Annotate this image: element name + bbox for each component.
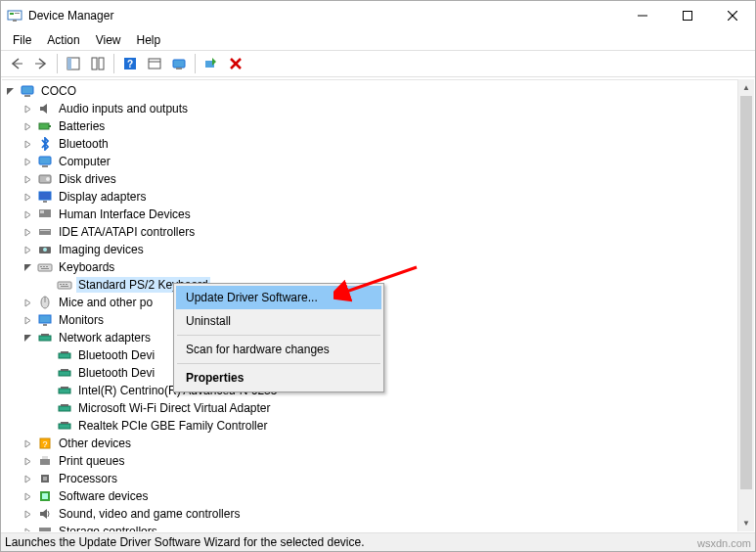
scroll-thumb[interactable] (740, 96, 752, 489)
svg-rect-42 (58, 282, 71, 289)
expand-icon[interactable] (23, 510, 37, 519)
expand-icon[interactable] (23, 193, 37, 202)
tree-node[interactable]: Software devices (2, 487, 754, 505)
menu-separator (177, 363, 380, 364)
tree-node-label: COCO (39, 83, 78, 99)
tree-node[interactable]: Print queues (2, 452, 754, 470)
svg-text:?: ? (42, 439, 47, 449)
maximize-button[interactable] (665, 1, 710, 30)
network-icon (57, 418, 72, 434)
bluetooth-icon (37, 136, 53, 152)
toolbar: ? (1, 50, 755, 77)
svg-rect-57 (59, 389, 70, 393)
help-button[interactable]: ? (118, 52, 142, 75)
tree-node[interactable]: Bluetooth (2, 135, 754, 153)
tree-node[interactable]: Sound, video and game controllers (2, 505, 754, 523)
expand-icon[interactable] (23, 246, 37, 254)
tree-node-label: Monitors (57, 312, 106, 328)
scroll-up-arrow[interactable]: ▲ (738, 79, 754, 96)
forward-button[interactable] (29, 52, 53, 75)
scan-hardware-button[interactable] (200, 52, 223, 75)
svg-rect-60 (61, 404, 68, 406)
statusbar: Launches the Update Driver Software Wiza… (1, 532, 755, 551)
collapse-icon[interactable] (6, 87, 20, 96)
collapse-icon[interactable] (23, 263, 37, 272)
tree-node[interactable]: Processors (2, 470, 754, 487)
expand-icon[interactable] (23, 439, 37, 448)
expand-icon[interactable] (23, 158, 37, 166)
tree-node[interactable]: Human Interface Devices (2, 206, 754, 223)
svg-point-36 (43, 248, 47, 252)
expand-icon[interactable] (23, 492, 37, 501)
tree-node[interactable]: ?Other devices (2, 435, 754, 452)
expand-icon[interactable] (23, 228, 37, 237)
menu-file[interactable]: File (5, 31, 39, 49)
svg-rect-62 (61, 422, 68, 424)
expand-icon[interactable] (23, 122, 37, 131)
menu-item-uninstall[interactable]: Uninstall (176, 309, 381, 333)
svg-rect-10 (92, 58, 97, 69)
svg-rect-2 (15, 13, 20, 14)
menu-item-properties[interactable]: Properties (176, 366, 381, 390)
expand-icon[interactable] (23, 210, 37, 219)
menu-item-update-driver[interactable]: Update Driver Software... (176, 286, 381, 309)
context-menu: Update Driver Software... Uninstall Scan… (173, 283, 384, 392)
tree-node[interactable]: Disk drives (2, 170, 754, 188)
app-icon (7, 8, 22, 23)
svg-rect-21 (22, 86, 33, 94)
svg-rect-5 (684, 12, 692, 21)
update-driver-button[interactable] (167, 52, 191, 75)
svg-rect-24 (49, 125, 51, 127)
uninstall-button[interactable] (224, 52, 247, 75)
expand-icon[interactable] (23, 140, 37, 149)
svg-rect-34 (40, 230, 50, 231)
tree-node[interactable]: Microsoft Wi-Fi Direct Virtual Adapter (2, 399, 754, 417)
expand-icon[interactable] (23, 475, 37, 483)
view-button[interactable] (143, 52, 166, 75)
back-button[interactable] (5, 52, 28, 75)
tree-node[interactable]: IDE ATA/ATAPI controllers (2, 223, 754, 241)
tree-node[interactable]: COCO (2, 82, 754, 100)
svg-rect-9 (67, 58, 71, 69)
properties-button[interactable] (86, 52, 110, 75)
tree-node-label: Software devices (57, 488, 150, 504)
tree-node[interactable]: Display adapters (2, 188, 754, 206)
minimize-button[interactable] (620, 1, 665, 30)
svg-rect-70 (42, 493, 48, 499)
vertical-scrollbar[interactable]: ▲ ▼ (737, 79, 754, 531)
cpu-icon (37, 471, 53, 486)
scroll-down-arrow[interactable]: ▼ (738, 515, 754, 531)
tree-node-label: Audio inputs and outputs (57, 101, 190, 116)
tree-node-label: Mice and other po (57, 295, 155, 310)
expand-icon[interactable] (23, 175, 37, 184)
collapse-icon[interactable] (23, 334, 37, 343)
scroll-track[interactable] (738, 96, 754, 515)
menu-item-scan[interactable]: Scan for hardware changes (176, 338, 381, 361)
expand-icon[interactable] (23, 316, 37, 325)
tree-node[interactable]: Audio inputs and outputs (2, 100, 754, 117)
close-button[interactable] (710, 1, 755, 30)
expand-icon[interactable] (23, 105, 37, 114)
toolbar-separator (195, 54, 196, 73)
menu-view[interactable]: View (88, 31, 129, 49)
tree-node-label: Bluetooth (57, 136, 111, 152)
other-icon: ? (37, 436, 53, 451)
menu-action[interactable]: Action (39, 31, 87, 49)
monitor-icon (37, 312, 53, 328)
tree-node[interactable]: Imaging devices (2, 241, 754, 258)
tree-node[interactable]: Storage controllers (2, 523, 754, 531)
tree-node[interactable]: Batteries (2, 117, 754, 135)
svg-rect-50 (43, 324, 47, 326)
toolbar-separator (57, 54, 58, 73)
expand-icon[interactable] (23, 457, 37, 466)
expand-icon[interactable] (23, 528, 37, 532)
expand-icon[interactable] (23, 299, 37, 307)
tree-node-label: Keyboards (57, 259, 116, 275)
svg-rect-54 (61, 351, 68, 353)
menu-help[interactable]: Help (129, 31, 169, 49)
tree-node[interactable]: Realtek PCIe GBE Family Controller (2, 417, 754, 435)
tree-node[interactable]: Computer (2, 153, 754, 170)
show-hide-console-tree-button[interactable] (62, 52, 85, 75)
tree-node[interactable]: Keyboards (2, 258, 754, 276)
storage-icon (37, 524, 53, 531)
